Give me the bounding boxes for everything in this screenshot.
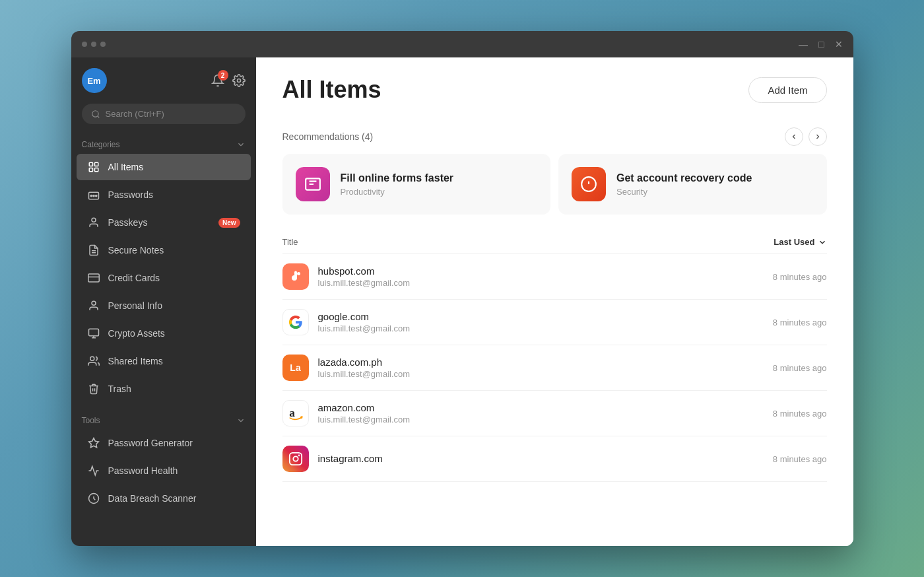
svg-point-25 [293,456,298,461]
main-content: Em 2 [71,57,853,546]
rec-card-icon-account-recovery [572,167,606,201]
svg-point-9 [95,195,96,196]
sidebar-item-credit-cards[interactable]: Credit Cards [77,265,251,291]
last-used-label: Last Used [774,237,814,247]
notification-wrapper: 2 [211,74,224,87]
hubspot-logo [288,269,304,285]
row-info-instagram: instagram.com [318,453,773,465]
panel-body: Recommendations (4) [256,117,853,546]
settings-button[interactable] [232,74,246,87]
row-email: luis.mill.test@gmail.com [318,369,773,379]
close-button[interactable]: ✕ [835,39,843,50]
table-row-google[interactable]: google.com luis.mill.test@gmail.com 8 mi… [282,300,827,345]
row-name: google.com [318,311,773,322]
amazon-icon: a [282,400,309,426]
rec-card-icon-fill-forms [296,167,330,201]
rec-card-text-fill-forms: Fill online forms faster Productivity [341,172,454,197]
rec-card-account-recovery[interactable]: Get account recovery code Security [558,154,827,215]
sidebar-item-label: Crypto Assets [108,328,165,339]
row-info-lazada: lazada.com.ph luis.mill.test@gmail.com [318,356,773,379]
svg-rect-13 [88,274,99,282]
table-row-amazon[interactable]: a amazon.com luis.mill.test@gmail.com 8 … [282,391,827,436]
trash-icon [87,382,100,395]
sidebar-header: Em 2 [71,57,256,104]
chevron-left-icon [790,133,798,141]
svg-point-10 [92,218,96,222]
table-header: Title Last Used [282,228,827,254]
sort-chevron-icon [818,238,827,247]
tools-label: Tools [82,416,100,425]
crypto-assets-icon [87,327,100,340]
row-time: 8 minutes ago [773,318,827,327]
rec-card-fill-forms[interactable]: Fill online forms faster Productivity [282,154,551,215]
svg-rect-4 [89,168,92,172]
rec-card-sub-fill-forms: Productivity [341,187,454,197]
google-icon [282,309,309,335]
search-bar[interactable] [82,104,246,124]
rec-card-text-account-recovery: Get account recovery code Security [616,172,752,197]
minimize-button[interactable]: — [799,39,808,50]
rec-cards: Fill online forms faster Productivity [282,154,827,215]
svg-rect-3 [94,162,98,166]
amazon-logo: a [287,405,304,422]
rec-prev-button[interactable] [785,127,803,146]
row-email: luis.mill.test@gmail.com [318,323,773,333]
row-name: hubspot.com [318,265,773,277]
rec-header: Recommendations (4) [282,117,827,154]
sidebar-item-crypto-assets[interactable]: Crypto Assets [77,320,251,347]
sidebar-item-passkeys[interactable]: Passkeys New [77,209,251,236]
sidebar-item-trash[interactable]: Trash [77,376,251,402]
all-items-icon [87,160,100,174]
maximize-button[interactable]: □ [818,39,824,50]
svg-point-26 [298,455,300,457]
password-generator-icon [87,436,100,450]
notification-badge: 2 [218,70,228,81]
rec-card-title-fill-forms: Fill online forms faster [341,172,454,184]
tools-section-header[interactable]: Tools [71,411,256,429]
row-info-hubspot: hubspot.com luis.mill.test@gmail.com [318,265,773,288]
sidebar-item-secure-notes[interactable]: Secure Notes [77,237,251,263]
sidebar-item-data-breach-scanner[interactable]: Data Breach Scanner [77,485,251,512]
panel-header: All Items Add Item [256,57,853,117]
sidebar-item-password-generator[interactable]: Password Generator [77,430,251,456]
sidebar-item-label: Passwords [108,189,153,200]
sidebar-item-password-health[interactable]: Password Health [77,458,251,484]
svg-marker-18 [88,438,98,448]
sidebar-item-label: Trash [108,384,131,394]
google-logo [288,315,303,329]
shared-items-icon [87,355,100,368]
sidebar-item-passwords[interactable]: Passwords [77,182,251,208]
row-email: luis.mill.test@gmail.com [318,415,773,424]
sidebar-item-label: Personal Info [108,300,163,311]
tools-chevron-icon [236,416,246,425]
col-last-used-header[interactable]: Last Used [774,237,826,247]
row-time: 8 minutes ago [773,363,827,373]
table-row-instagram[interactable]: instagram.com 8 minutes ago [282,436,827,482]
dot-1 [82,42,87,47]
credit-cards-icon [87,271,100,285]
chevron-right-icon [814,133,822,141]
categories-chevron-icon [236,140,246,149]
window-controls: — □ ✕ [799,39,842,50]
search-input[interactable] [106,109,236,119]
avatar[interactable]: Em [82,68,107,93]
sidebar: Em 2 [71,57,256,546]
instagram-logo [288,452,303,466]
sidebar-item-personal-info[interactable]: Personal Info [77,292,251,319]
svg-rect-2 [89,162,92,166]
svg-rect-5 [94,168,98,172]
grid-icon [88,161,100,173]
svg-point-1 [92,110,98,116]
search-icon [91,110,100,119]
sidebar-item-shared-items[interactable]: Shared Items [77,348,251,374]
categories-section-header[interactable]: Categories [71,135,256,153]
svg-point-7 [90,195,92,196]
svg-rect-24 [289,453,301,465]
recommendations-section: Recommendations (4) [282,117,827,228]
table-row-hubspot[interactable]: hubspot.com luis.mill.test@gmail.com 8 m… [282,254,827,300]
rec-next-button[interactable] [808,127,827,146]
add-item-button[interactable]: Add Item [748,77,826,103]
table-row-lazada[interactable]: La lazada.com.ph luis.mill.test@gmail.co… [282,345,827,391]
sidebar-item-all-items[interactable]: All Items [77,154,251,180]
lazada-icon: La [282,355,309,381]
